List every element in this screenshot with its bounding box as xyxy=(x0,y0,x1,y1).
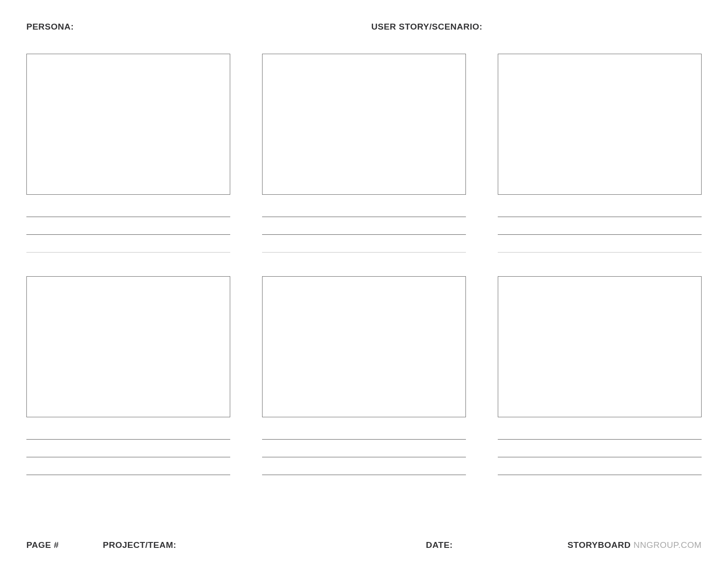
caption-lines xyxy=(498,439,702,475)
caption-lines xyxy=(26,217,230,253)
caption-line xyxy=(498,439,702,440)
project-team-label: PROJECT/TEAM: xyxy=(103,540,177,550)
storyboard-frame xyxy=(498,54,702,195)
footer-row: PAGE # PROJECT/TEAM: DATE: STORYBOARDNNG… xyxy=(26,540,702,550)
header-row: PERSONA: USER STORY/SCENARIO: xyxy=(26,22,702,32)
caption-line xyxy=(262,439,466,440)
caption-line xyxy=(498,234,702,235)
caption-line xyxy=(26,439,230,440)
caption-line xyxy=(498,475,702,475)
page-number-label: PAGE # xyxy=(26,540,59,550)
caption-lines xyxy=(498,217,702,253)
storyboard-cell xyxy=(498,54,702,253)
storyboard-cell xyxy=(26,276,230,475)
caption-line xyxy=(498,217,702,217)
storyboard-cell xyxy=(26,54,230,253)
storyboard-cell xyxy=(498,276,702,475)
brand-url: NNGROUP.COM xyxy=(633,540,702,550)
storyboard-grid xyxy=(26,54,702,475)
storyboard-frame xyxy=(26,54,230,195)
caption-line xyxy=(26,234,230,235)
brand-attribution: STORYBOARDNNGROUP.COM xyxy=(556,540,702,550)
storyboard-cell xyxy=(262,54,466,253)
caption-line xyxy=(262,457,466,457)
storyboard-frame xyxy=(26,276,230,417)
caption-lines xyxy=(262,439,466,475)
persona-label: PERSONA: xyxy=(26,22,74,31)
storyboard-frame xyxy=(262,276,466,417)
brand-name: STORYBOARD xyxy=(567,540,631,550)
caption-line xyxy=(262,217,466,217)
scenario-label: USER STORY/SCENARIO: xyxy=(371,22,482,31)
caption-lines xyxy=(26,439,230,475)
caption-line xyxy=(262,252,466,253)
caption-line xyxy=(26,217,230,217)
caption-line xyxy=(498,252,702,253)
date-label: DATE: xyxy=(426,540,453,550)
caption-lines xyxy=(262,217,466,253)
storyboard-cell xyxy=(262,276,466,475)
caption-line xyxy=(26,475,230,475)
storyboard-frame xyxy=(498,276,702,417)
caption-line xyxy=(498,457,702,457)
caption-line xyxy=(262,234,466,235)
caption-line xyxy=(262,475,466,475)
caption-line xyxy=(26,457,230,457)
caption-line xyxy=(26,252,230,253)
storyboard-frame xyxy=(262,54,466,195)
